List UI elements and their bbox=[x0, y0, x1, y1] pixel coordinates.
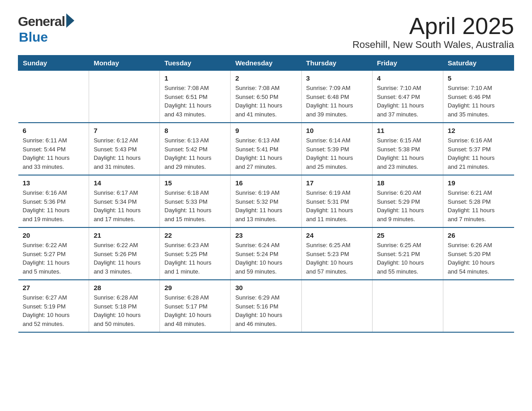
table-row: 10Sunrise: 6:14 AMSunset: 5:39 PMDayligh… bbox=[301, 123, 372, 175]
day-number: 5 bbox=[448, 74, 510, 82]
header-wednesday: Wednesday bbox=[231, 56, 301, 71]
table-row: 28Sunrise: 6:28 AMSunset: 5:18 PMDayligh… bbox=[89, 280, 160, 332]
day-number: 4 bbox=[377, 74, 438, 82]
day-number: 21 bbox=[94, 231, 155, 239]
header-monday: Monday bbox=[89, 56, 160, 71]
day-info: Sunrise: 6:20 AMSunset: 5:29 PMDaylight:… bbox=[377, 188, 438, 223]
svg-marker-0 bbox=[66, 13, 74, 28]
day-info: Sunrise: 6:23 AMSunset: 5:25 PMDaylight:… bbox=[164, 241, 226, 276]
table-row: 15Sunrise: 6:18 AMSunset: 5:33 PMDayligh… bbox=[160, 175, 231, 227]
table-row bbox=[301, 280, 372, 332]
day-info: Sunrise: 6:25 AMSunset: 5:23 PMDaylight:… bbox=[306, 241, 368, 276]
day-number: 8 bbox=[164, 127, 226, 134]
day-info: Sunrise: 7:08 AMSunset: 6:51 PMDaylight:… bbox=[164, 84, 226, 119]
day-info: Sunrise: 6:26 AMSunset: 5:20 PMDaylight:… bbox=[448, 241, 510, 276]
logo-blue-text: Blue bbox=[19, 30, 48, 44]
day-number: 2 bbox=[235, 74, 296, 82]
calendar-week-row: 20Sunrise: 6:22 AMSunset: 5:27 PMDayligh… bbox=[18, 227, 514, 280]
title-block: April 2025 Rosehill, New South Wales, Au… bbox=[352, 13, 514, 51]
table-row: 23Sunrise: 6:24 AMSunset: 5:24 PMDayligh… bbox=[231, 227, 301, 280]
day-number: 13 bbox=[23, 179, 85, 187]
day-number: 14 bbox=[94, 179, 155, 187]
day-info: Sunrise: 6:29 AMSunset: 5:16 PMDaylight:… bbox=[235, 293, 296, 328]
table-row: 14Sunrise: 6:17 AMSunset: 5:34 PMDayligh… bbox=[89, 175, 160, 227]
day-info: Sunrise: 6:16 AMSunset: 5:37 PMDaylight:… bbox=[448, 136, 510, 171]
calendar-table: Sunday Monday Tuesday Wednesday Thursday… bbox=[18, 55, 514, 333]
table-row: 20Sunrise: 6:22 AMSunset: 5:27 PMDayligh… bbox=[18, 227, 89, 280]
day-info: Sunrise: 6:19 AMSunset: 5:32 PMDaylight:… bbox=[235, 188, 296, 223]
day-info: Sunrise: 6:21 AMSunset: 5:28 PMDaylight:… bbox=[448, 188, 510, 223]
logo-arrow-icon bbox=[66, 13, 74, 28]
day-info: Sunrise: 6:28 AMSunset: 5:17 PMDaylight:… bbox=[164, 293, 226, 328]
day-info: Sunrise: 6:17 AMSunset: 5:34 PMDaylight:… bbox=[94, 188, 155, 223]
day-info: Sunrise: 7:10 AMSunset: 6:47 PMDaylight:… bbox=[377, 84, 438, 119]
day-number: 10 bbox=[306, 127, 368, 134]
table-row: 11Sunrise: 6:15 AMSunset: 5:38 PMDayligh… bbox=[372, 123, 443, 175]
calendar-week-row: 13Sunrise: 6:16 AMSunset: 5:36 PMDayligh… bbox=[18, 175, 514, 227]
table-row: 30Sunrise: 6:29 AMSunset: 5:16 PMDayligh… bbox=[231, 280, 301, 332]
day-number: 27 bbox=[23, 284, 85, 291]
day-info: Sunrise: 6:13 AMSunset: 5:42 PMDaylight:… bbox=[164, 136, 226, 171]
calendar-week-row: 6Sunrise: 6:11 AMSunset: 5:44 PMDaylight… bbox=[18, 123, 514, 175]
day-info: Sunrise: 6:24 AMSunset: 5:24 PMDaylight:… bbox=[235, 241, 296, 276]
table-row: 2Sunrise: 7:08 AMSunset: 6:50 PMDaylight… bbox=[231, 71, 301, 123]
day-number: 15 bbox=[164, 179, 226, 187]
calendar-header-row: Sunday Monday Tuesday Wednesday Thursday… bbox=[18, 56, 514, 71]
calendar-week-row: 1Sunrise: 7:08 AMSunset: 6:51 PMDaylight… bbox=[18, 71, 514, 123]
day-number: 22 bbox=[164, 231, 226, 239]
day-number: 29 bbox=[164, 284, 226, 291]
table-row: 12Sunrise: 6:16 AMSunset: 5:37 PMDayligh… bbox=[443, 123, 514, 175]
day-number: 1 bbox=[164, 74, 226, 82]
table-row: 8Sunrise: 6:13 AMSunset: 5:42 PMDaylight… bbox=[160, 123, 231, 175]
day-number: 30 bbox=[235, 284, 296, 291]
table-row: 19Sunrise: 6:21 AMSunset: 5:28 PMDayligh… bbox=[443, 175, 514, 227]
day-info: Sunrise: 6:28 AMSunset: 5:18 PMDaylight:… bbox=[94, 293, 155, 328]
header-saturday: Saturday bbox=[443, 56, 514, 71]
day-info: Sunrise: 7:09 AMSunset: 6:48 PMDaylight:… bbox=[306, 84, 368, 119]
table-row: 5Sunrise: 7:10 AMSunset: 6:46 PMDaylight… bbox=[443, 71, 514, 123]
day-info: Sunrise: 6:14 AMSunset: 5:39 PMDaylight:… bbox=[306, 136, 368, 171]
day-info: Sunrise: 6:22 AMSunset: 5:27 PMDaylight:… bbox=[23, 241, 85, 276]
day-number: 20 bbox=[23, 231, 85, 239]
day-info: Sunrise: 6:15 AMSunset: 5:38 PMDaylight:… bbox=[377, 136, 438, 171]
table-row: 27Sunrise: 6:27 AMSunset: 5:19 PMDayligh… bbox=[18, 280, 89, 332]
table-row bbox=[89, 71, 160, 123]
day-number: 6 bbox=[23, 127, 85, 134]
table-row: 26Sunrise: 6:26 AMSunset: 5:20 PMDayligh… bbox=[443, 227, 514, 280]
day-number: 9 bbox=[235, 127, 296, 134]
logo: General Blue bbox=[18, 13, 74, 45]
day-info: Sunrise: 6:12 AMSunset: 5:43 PMDaylight:… bbox=[94, 136, 155, 171]
table-row: 4Sunrise: 7:10 AMSunset: 6:47 PMDaylight… bbox=[372, 71, 443, 123]
table-row bbox=[443, 280, 514, 332]
table-row: 17Sunrise: 6:19 AMSunset: 5:31 PMDayligh… bbox=[301, 175, 372, 227]
logo-general-text: General bbox=[18, 14, 65, 29]
header: General Blue April 2025 Rosehill, New So… bbox=[18, 13, 514, 51]
table-row: 18Sunrise: 6:20 AMSunset: 5:29 PMDayligh… bbox=[372, 175, 443, 227]
table-row: 9Sunrise: 6:13 AMSunset: 5:41 PMDaylight… bbox=[231, 123, 301, 175]
day-number: 19 bbox=[448, 179, 510, 187]
day-number: 11 bbox=[377, 127, 438, 134]
header-friday: Friday bbox=[372, 56, 443, 71]
table-row: 6Sunrise: 6:11 AMSunset: 5:44 PMDaylight… bbox=[18, 123, 89, 175]
table-row: 1Sunrise: 7:08 AMSunset: 6:51 PMDaylight… bbox=[160, 71, 231, 123]
table-row: 16Sunrise: 6:19 AMSunset: 5:32 PMDayligh… bbox=[231, 175, 301, 227]
day-info: Sunrise: 6:16 AMSunset: 5:36 PMDaylight:… bbox=[23, 188, 85, 223]
calendar-subtitle: Rosehill, New South Wales, Australia bbox=[352, 39, 514, 51]
table-row: 24Sunrise: 6:25 AMSunset: 5:23 PMDayligh… bbox=[301, 227, 372, 280]
day-number: 28 bbox=[94, 284, 155, 291]
day-number: 3 bbox=[306, 74, 368, 82]
header-thursday: Thursday bbox=[301, 56, 372, 71]
calendar-title: April 2025 bbox=[352, 13, 514, 39]
day-number: 16 bbox=[235, 179, 296, 187]
table-row: 7Sunrise: 6:12 AMSunset: 5:43 PMDaylight… bbox=[89, 123, 160, 175]
table-row: 29Sunrise: 6:28 AMSunset: 5:17 PMDayligh… bbox=[160, 280, 231, 332]
day-info: Sunrise: 6:11 AMSunset: 5:44 PMDaylight:… bbox=[23, 136, 85, 171]
header-tuesday: Tuesday bbox=[160, 56, 231, 71]
table-row: 22Sunrise: 6:23 AMSunset: 5:25 PMDayligh… bbox=[160, 227, 231, 280]
table-row: 25Sunrise: 6:25 AMSunset: 5:21 PMDayligh… bbox=[372, 227, 443, 280]
day-number: 26 bbox=[448, 231, 510, 239]
day-number: 17 bbox=[306, 179, 368, 187]
day-number: 24 bbox=[306, 231, 368, 239]
table-row: 3Sunrise: 7:09 AMSunset: 6:48 PMDaylight… bbox=[301, 71, 372, 123]
day-info: Sunrise: 7:10 AMSunset: 6:46 PMDaylight:… bbox=[448, 84, 510, 119]
